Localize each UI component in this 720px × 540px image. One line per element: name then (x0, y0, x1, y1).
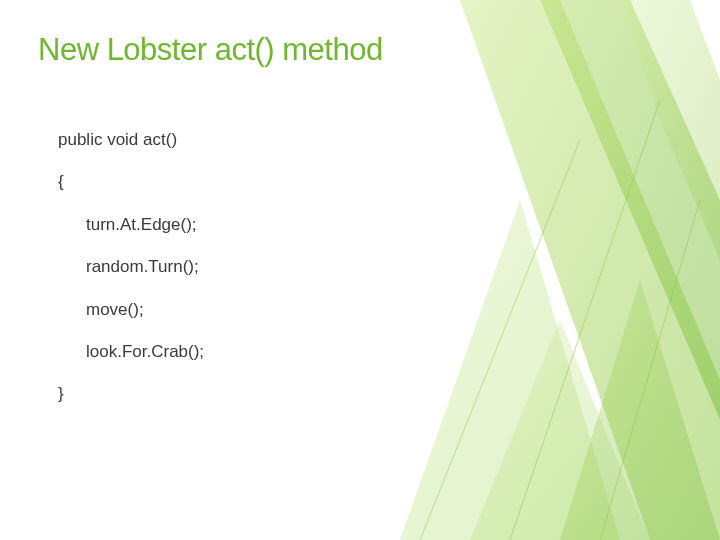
svg-marker-0 (460, 0, 720, 540)
svg-marker-4 (620, 0, 720, 260)
svg-marker-5 (470, 320, 650, 540)
svg-marker-3 (560, 280, 720, 540)
decorative-background (360, 0, 720, 540)
code-line: look.For.Crab(); (58, 342, 204, 362)
code-line: move(); (58, 300, 204, 320)
svg-line-7 (510, 100, 660, 540)
code-close-brace: } (58, 384, 204, 404)
code-signature: public void act() (58, 130, 204, 150)
svg-marker-2 (400, 200, 620, 540)
svg-marker-1 (540, 0, 720, 420)
code-block: public void act() { turn.At.Edge(); rand… (58, 130, 204, 427)
svg-line-6 (420, 140, 580, 540)
svg-line-8 (600, 200, 700, 540)
code-open-brace: { (58, 172, 204, 192)
code-line: turn.At.Edge(); (58, 215, 204, 235)
code-line: random.Turn(); (58, 257, 204, 277)
slide-title: New Lobster act() method (38, 32, 383, 68)
